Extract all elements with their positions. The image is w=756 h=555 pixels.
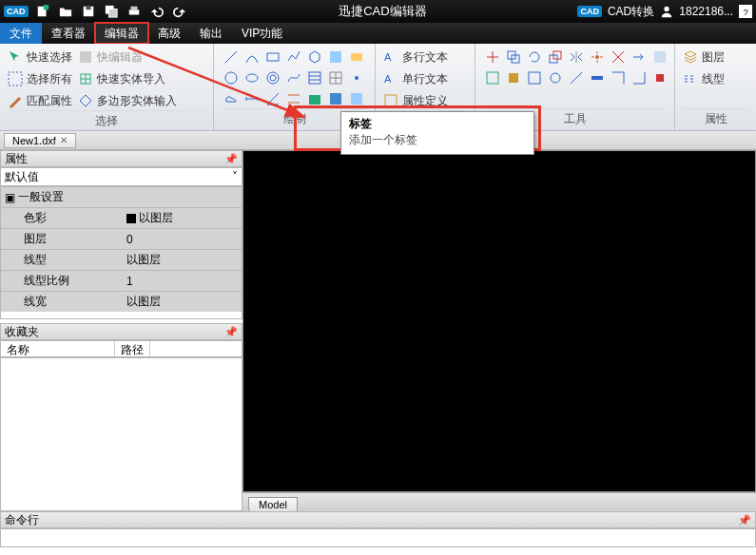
close-tab-icon[interactable]: ✕	[60, 135, 68, 145]
redo-icon[interactable]	[171, 3, 188, 20]
ellipse-tool-icon[interactable]	[242, 68, 262, 87]
title-bar: CAD 迅捷CAD编辑器 CAD CAD转换 1822186... ?	[0, 0, 756, 23]
ribbon-group-prop-label: 属性	[683, 108, 748, 130]
menu-advanced[interactable]: 高级	[148, 23, 190, 44]
multi-text-button[interactable]: A多行文本	[383, 48, 448, 67]
prop-row-ltscale[interactable]: 线型比例1	[1, 270, 242, 291]
document-tab[interactable]: New1.dxf ✕	[4, 133, 76, 148]
rotate-tool-icon[interactable]	[525, 48, 544, 67]
pin-icon[interactable]: 📌	[738, 514, 751, 526]
hatch-tool-icon[interactable]	[305, 68, 324, 87]
linetype-button[interactable]: 线型	[683, 69, 725, 88]
print-icon[interactable]	[126, 3, 143, 20]
fav-col-path[interactable]: 路径	[115, 341, 150, 356]
table-tool-icon[interactable]	[326, 68, 345, 87]
dim2-tool-icon[interactable]	[284, 89, 303, 108]
open-icon[interactable]	[57, 3, 74, 20]
properties-group[interactable]: ▣一般设置	[1, 187, 242, 207]
svg-point-21	[267, 72, 279, 84]
tree-tool-icon[interactable]	[305, 89, 324, 108]
drawing-canvas[interactable]	[242, 150, 756, 492]
prop-row-lineweight[interactable]: 线宽以图层	[1, 291, 242, 312]
prop-row-layer[interactable]: 图层0	[1, 228, 242, 249]
t8-icon[interactable]	[630, 68, 649, 87]
svg-point-25	[355, 76, 359, 80]
user-label[interactable]: 1822186...	[679, 5, 733, 18]
poly-input-button[interactable]: 多边形实体输入	[78, 91, 177, 110]
quick-import-button[interactable]: 快速实体导入	[78, 69, 177, 88]
svg-rect-23	[309, 72, 320, 84]
attr-def-button[interactable]: 属性定义	[383, 91, 448, 110]
new-icon[interactable]	[34, 3, 51, 20]
properties-panel-header[interactable]: 属性📌	[0, 150, 242, 167]
t6-icon[interactable]	[588, 68, 607, 87]
command-line-input[interactable]	[0, 528, 756, 547]
collapse-icon[interactable]: ▣	[5, 191, 15, 204]
image-tool-icon[interactable]	[326, 48, 345, 67]
svg-point-8	[665, 7, 669, 11]
offset-tool-icon[interactable]	[650, 48, 669, 67]
cad-convert-link[interactable]: CAD转换	[608, 4, 654, 20]
pin-icon[interactable]: 📌	[224, 153, 238, 165]
circle-tool-icon[interactable]	[222, 68, 241, 87]
menu-file[interactable]: 文件	[0, 23, 42, 44]
help-icon[interactable]: ?	[739, 5, 752, 18]
rect-tool-icon[interactable]	[263, 48, 282, 67]
point-tool-icon[interactable]	[347, 68, 366, 87]
t5-icon[interactable]	[567, 68, 586, 87]
copy-tool-icon[interactable]	[504, 48, 523, 67]
mirror-tool-icon[interactable]	[567, 48, 586, 67]
t4-icon[interactable]	[546, 68, 565, 87]
undo-icon[interactable]	[148, 3, 165, 20]
model-tab[interactable]: Model	[248, 497, 298, 511]
3dbox-tool-icon[interactable]	[305, 48, 324, 67]
angle-tool-icon[interactable]	[263, 89, 282, 108]
save-icon[interactable]	[80, 3, 97, 20]
command-line-header[interactable]: 命令行📌	[0, 511, 756, 528]
pin-icon[interactable]: 📌	[224, 326, 238, 338]
t9-icon[interactable]	[650, 68, 669, 87]
ring-tool-icon[interactable]	[263, 68, 282, 87]
svg-marker-14	[80, 95, 91, 106]
single-text-button[interactable]: A单行文本	[383, 69, 448, 88]
prop-row-linetype[interactable]: 线型以图层	[1, 249, 242, 270]
cloud-tool-icon[interactable]	[222, 89, 241, 108]
user-icon[interactable]	[660, 5, 673, 18]
spline-tool-icon[interactable]	[284, 68, 303, 87]
move-tool-icon[interactable]	[483, 48, 502, 67]
menu-output[interactable]: 输出	[190, 23, 232, 44]
svg-rect-31	[385, 95, 397, 106]
svg-rect-5	[108, 9, 117, 17]
extra-tool-icon[interactable]	[347, 89, 366, 108]
select-all-button[interactable]: 选择所有	[8, 69, 72, 88]
favorites-panel-header[interactable]: 收藏夹📌	[0, 323, 242, 340]
quick-select-button[interactable]: 快速选择	[8, 48, 72, 67]
t1-icon[interactable]	[483, 68, 502, 87]
dim-tool-icon[interactable]	[242, 89, 262, 108]
extend-tool-icon[interactable]	[630, 48, 649, 67]
pic-tool-icon[interactable]	[326, 89, 345, 108]
t3-icon[interactable]	[525, 68, 544, 87]
match-prop-button[interactable]: 匹配属性	[8, 91, 72, 110]
menu-viewer[interactable]: 查看器	[42, 23, 95, 44]
t2-icon[interactable]	[504, 68, 523, 87]
t7-icon[interactable]	[609, 68, 628, 87]
prop-row-color[interactable]: 色彩以图层	[1, 207, 242, 228]
line-tool-icon[interactable]	[222, 48, 241, 67]
save-all-icon[interactable]	[103, 3, 120, 20]
trim-tool-icon[interactable]	[609, 48, 628, 67]
select-all-icon	[8, 71, 23, 86]
explode-tool-icon[interactable]	[588, 48, 607, 67]
fav-col-name[interactable]: 名称	[1, 341, 115, 356]
properties-default-select[interactable]: 默认值˅	[0, 167, 242, 186]
label-tool-icon[interactable]	[347, 48, 366, 67]
menu-vip[interactable]: VIP功能	[232, 23, 292, 44]
svg-rect-39	[509, 73, 518, 83]
layer-button[interactable]: 图层	[683, 48, 725, 67]
scale-tool-icon[interactable]	[546, 48, 565, 67]
polyline-tool-icon[interactable]	[284, 48, 303, 67]
linetype-icon	[683, 71, 698, 86]
polygon-icon	[78, 93, 93, 108]
arc-tool-icon[interactable]	[242, 48, 262, 67]
menu-editor[interactable]: 编辑器	[95, 23, 148, 44]
